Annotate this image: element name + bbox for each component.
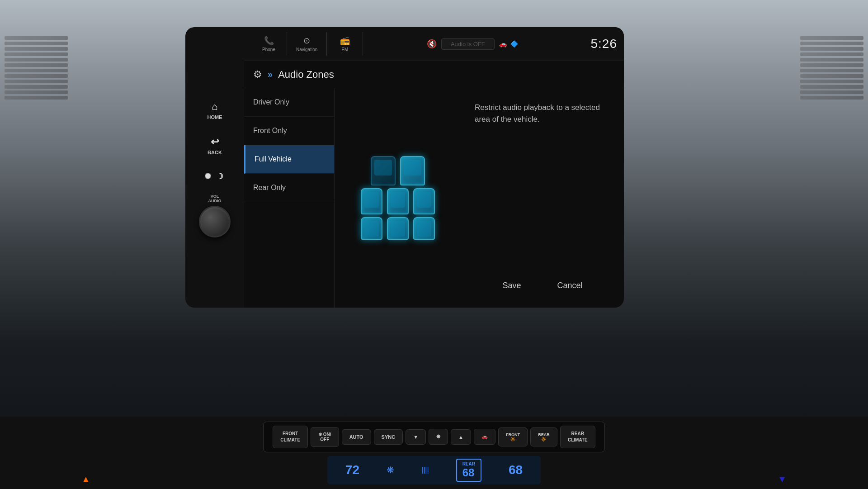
middle-seat-row [361, 188, 435, 214]
zone-front-only[interactable]: Front Only [244, 117, 334, 145]
front-climate-button[interactable]: FRONTCLIMATE [273, 426, 308, 448]
top-bar: 📞 Phone ⊙ Navigation 📻 FM 🔇 Audio is OFF… [244, 27, 624, 61]
front-seat-row [371, 156, 425, 185]
vol-label: VOL AUDIO [208, 194, 222, 203]
cancel-button[interactable]: Cancel [548, 277, 592, 294]
seat-rear-right [413, 217, 435, 240]
page-title: Audio Zones [278, 69, 334, 81]
audio-status-area: 🔇 Audio is OFF 🚗 🔷 [363, 38, 581, 50]
temp-up-button[interactable]: ▲ [451, 429, 471, 445]
breadcrumb-arrow: » [268, 69, 273, 80]
volume-speaker-icon: 🔇 [427, 39, 437, 49]
zone-full-vehicle[interactable]: Full Vehicle [244, 145, 334, 174]
zone-list: Driver Only Front Only Full Vehicle Rear… [244, 88, 335, 308]
nav-phone[interactable]: 📞 Phone [251, 32, 287, 56]
phone-icon: 📞 [264, 36, 274, 46]
turn-signal-right: ▼ [778, 474, 787, 484]
rear-defrost-button[interactable]: REAR🔆 [530, 427, 557, 446]
sidebar: ⌂ HOME ↩ BACK ✺ ☽ VOL AUDIO [185, 27, 244, 308]
car-button[interactable]: 🚗 [474, 429, 495, 445]
content-area: ⚙ » Audio Zones Driver Only Front Only F… [244, 61, 624, 308]
clock-display: 5:26 [591, 37, 618, 51]
zone-rear-only[interactable]: Rear Only [244, 174, 334, 202]
sidebar-item-home[interactable]: ⌂ HOME [204, 97, 226, 123]
nav-fm[interactable]: 📻 FM [327, 32, 363, 56]
seat-rear-center [387, 217, 409, 240]
nav-navigation[interactable]: ⊙ Navigation [287, 32, 327, 56]
fan-onoff-button[interactable]: ❄ ON/OFF [311, 427, 339, 447]
rear-climate-button[interactable]: REARCLIMATE [560, 426, 595, 448]
sidebar-item-back[interactable]: ↩ BACK [204, 133, 226, 159]
vent-left [0, 0, 72, 208]
sidebar-item-home-label: HOME [208, 114, 222, 120]
back-icon: ↩ [211, 136, 219, 148]
action-buttons: Save Cancel [475, 277, 610, 299]
climate-buttons: FRONTCLIMATE ❄ ON/OFF AUTO SYNC ▼ ❋ ▲ 🚗 … [263, 422, 604, 452]
front-defrost-button[interactable]: FRONT🔆 [498, 427, 528, 446]
audio-status-text: Audio is OFF [441, 38, 495, 50]
rear-seat-row [361, 217, 435, 240]
turn-signals: ▲ ▼ [0, 474, 868, 484]
seats-diagram [361, 156, 435, 240]
seat-middle-left [361, 188, 382, 214]
temp-down-button[interactable]: ▼ [406, 429, 426, 445]
seat-passenger [400, 156, 425, 185]
main-content: Driver Only Front Only Full Vehicle Rear… [244, 88, 624, 308]
fan-speed-button[interactable]: ❋ [429, 429, 448, 445]
volume-control[interactable]: VOL AUDIO [199, 194, 231, 237]
navigation-label: Navigation [296, 47, 317, 52]
bluetooth-icon: 🔷 [510, 40, 518, 47]
volume-knob[interactable] [199, 206, 231, 237]
seat-driver [371, 156, 396, 185]
seat-visualization [335, 88, 461, 308]
title-bar: ⚙ » Audio Zones [244, 61, 624, 88]
turn-signal-left: ▲ [81, 474, 90, 484]
seat-middle-right [413, 188, 435, 214]
seat-rear-left [361, 217, 382, 240]
description-text: Restrict audio playback to a selected ar… [475, 102, 610, 125]
zone-driver-only[interactable]: Driver Only [244, 88, 334, 117]
save-button[interactable]: Save [493, 277, 530, 294]
vent-right [796, 0, 868, 208]
fan-level-display: |||| [421, 466, 429, 474]
fm-icon: 📻 [340, 36, 350, 46]
settings-icon: ⚙ [253, 69, 262, 81]
seat-middle-center [387, 188, 409, 214]
main-screen: 📞 Phone ⊙ Navigation 📻 FM 🔇 Audio is OFF… [244, 27, 624, 308]
sidebar-item-back-label: BACK [208, 150, 222, 155]
sync-button[interactable]: SYNC [374, 429, 403, 445]
status-icons: 🚗 🔷 [499, 40, 518, 47]
navigation-icon: ⊙ [303, 36, 310, 46]
fm-label: FM [342, 47, 348, 52]
home-icon: ⌂ [212, 101, 217, 113]
sidebar-item-brightness[interactable]: ✺ ☽ [201, 168, 228, 185]
description-area: Restrict audio playback to a selected ar… [461, 88, 624, 308]
auto-button[interactable]: AUTO [342, 429, 371, 445]
brightness-icon: ✺ ☽ [204, 171, 225, 181]
phone-label: Phone [262, 47, 275, 52]
car-status-icon: 🚗 [499, 40, 507, 47]
